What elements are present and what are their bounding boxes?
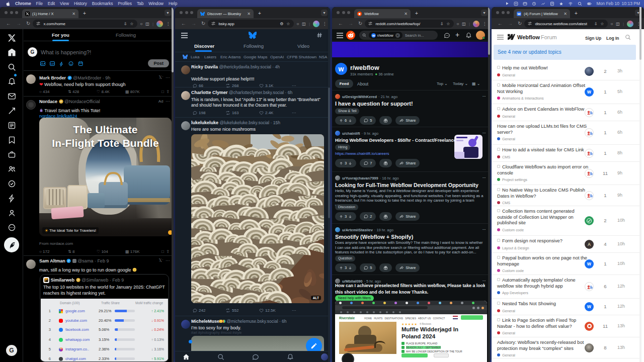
svg-text:GIF: GIF xyxy=(51,63,55,65)
